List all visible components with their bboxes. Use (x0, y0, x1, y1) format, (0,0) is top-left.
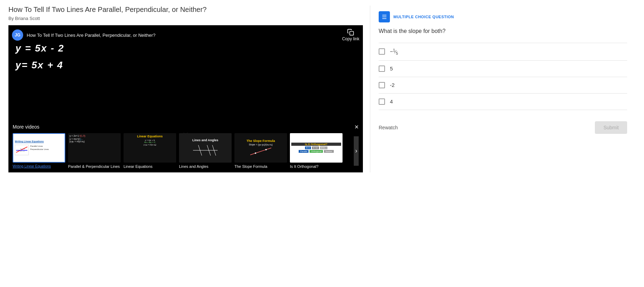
thumb3-label: Linear Equations (124, 164, 176, 169)
right-panel: ☰ MULTIPLE CHOICE QUESTION What is the s… (370, 6, 636, 172)
thumbnail-is-it-orthogonal[interactable]: Is It Orthogonal? B=0 B=90 θ=6... Parall… (290, 133, 343, 169)
answer-text-1: −1⁄5 (390, 48, 398, 55)
thumb-img-3: Linear Equations y = mx + b Ax + By = C … (124, 133, 176, 163)
thumb-img-6: Is It Orthogonal? B=0 B=90 θ=6... Parall… (290, 133, 343, 163)
close-more-videos-button[interactable]: × (354, 123, 359, 130)
svg-text:m = +2: m = +2 (20, 148, 25, 150)
svg-point-10 (255, 152, 256, 154)
svg-rect-0 (350, 32, 354, 35)
video-thumbnails-list: Writing Linear Equations m = +2 m = -2 (13, 133, 359, 169)
more-videos-panel: More videos × Writing Linear Equations (8, 120, 363, 172)
answer-options: −1⁄5 5 -2 4 (379, 43, 627, 110)
thumb3-content: Linear Equations y = mx + b Ax + By = C … (124, 133, 176, 163)
video-equations: y = 5x - 2 y= 5x + 4 (15, 43, 64, 76)
page-title: How To Tell If Two Lines Are Parallel, P… (8, 6, 363, 14)
mcq-icon: ☰ (379, 11, 390, 22)
thumb-img-5: The Slope Formula Slope = (y₂-y₁)/(x₂-x₁… (234, 133, 287, 163)
more-videos-header: More videos × (13, 123, 359, 130)
video-top-bar: JG How To Tell If Two Lines Are Parallel… (12, 29, 359, 41)
thumb2-label: Parallel & Perpendicular Lines (68, 164, 121, 169)
answer-checkbox-3[interactable] (379, 82, 385, 88)
thumb1-title: Writing Linear Equations (15, 140, 63, 143)
answer-text-3: -2 (390, 82, 394, 88)
svg-line-9 (250, 148, 271, 155)
video-author: By Briana Scott (8, 16, 363, 21)
copy-link-button[interactable]: Copy link (342, 29, 359, 41)
answer-option-4[interactable]: 4 (379, 94, 627, 110)
svg-text:m = -2: m = -2 (20, 150, 25, 152)
svg-point-11 (265, 149, 267, 150)
answer-option-2[interactable]: 5 (379, 61, 627, 77)
thumbnail-slope-formula[interactable]: The Slope Formula Slope = (y₂-y₁)/(x₂-x₁… (234, 133, 287, 169)
left-panel: How To Tell If Two Lines Are Parallel, P… (8, 6, 363, 172)
thumb1-graph: m = +2 m = -2 (15, 145, 28, 155)
rewatch-button[interactable]: Rewatch (379, 125, 398, 130)
thumbnail-parallel-perpendicular[interactable]: y = 2x+1 f(1,5) y = mx+β [... y-y₁ = m(x… (68, 133, 121, 169)
answer-option-1[interactable]: −1⁄5 (379, 43, 627, 61)
answer-text-4: 4 (390, 98, 393, 104)
thumbnail-writing-linear-equations[interactable]: Writing Linear Equations m = +2 m = -2 (13, 133, 65, 169)
equation-1: y = 5x - 2 (15, 43, 64, 54)
thumb1-content: Writing Linear Equations m = +2 m = -2 (13, 134, 65, 162)
answer-checkbox-1[interactable] (379, 48, 385, 55)
answer-checkbox-4[interactable] (379, 98, 385, 105)
answer-checkbox-2[interactable] (379, 66, 385, 72)
thumb5-label: The Slope Formula (234, 164, 287, 169)
thumb1-label: Writing Linear Equations (13, 164, 65, 169)
video-title-overlay: How To Tell If Two Lines Are Parallel, P… (27, 33, 342, 38)
mcq-footer: Rewatch Submit (379, 118, 627, 134)
thumb4-diagram (191, 143, 219, 157)
mcq-question: What is the slope for both? (379, 28, 627, 34)
thumb-img-1: Writing Linear Equations m = +2 m = -2 (13, 133, 65, 163)
equation-2: y= 5x + 4 (15, 60, 64, 71)
mcq-icon-symbol: ☰ (382, 14, 387, 20)
next-videos-button[interactable]: › (354, 136, 359, 166)
answer-option-3[interactable]: -2 (379, 77, 627, 94)
submit-button[interactable]: Submit (595, 121, 627, 134)
more-videos-label: More videos (13, 124, 39, 130)
thumb2-content: y = 2x+1 f(1,5) y = mx+β [... y-y₁ = m(x… (68, 133, 121, 163)
answer-text-2: 5 (390, 66, 393, 71)
thumb5-graph (248, 146, 273, 157)
copy-icon (347, 29, 354, 36)
jg-badge: JG (12, 29, 23, 41)
thumbnail-linear-equations[interactable]: Linear Equations y = mx + b Ax + By = C … (124, 133, 176, 169)
mcq-header: ☰ MULTIPLE CHOICE QUESTION (379, 11, 627, 22)
thumb6-label: Is It Orthogonal? (290, 164, 343, 169)
thumb4-label: Lines and Angles (179, 164, 232, 169)
video-player[interactable]: JG How To Tell If Two Lines Are Parallel… (8, 25, 363, 172)
copy-link-label: Copy link (342, 36, 359, 41)
thumb-img-4: Lines and Angles (179, 133, 232, 163)
thumbnail-lines-and-angles[interactable]: Lines and Angles Lines and Angle (179, 133, 232, 169)
thumb-img-2: y = 2x+1 f(1,5) y = mx+β [... y-y₁ = m(x… (68, 133, 121, 163)
mcq-label: MULTIPLE CHOICE QUESTION (393, 15, 454, 19)
